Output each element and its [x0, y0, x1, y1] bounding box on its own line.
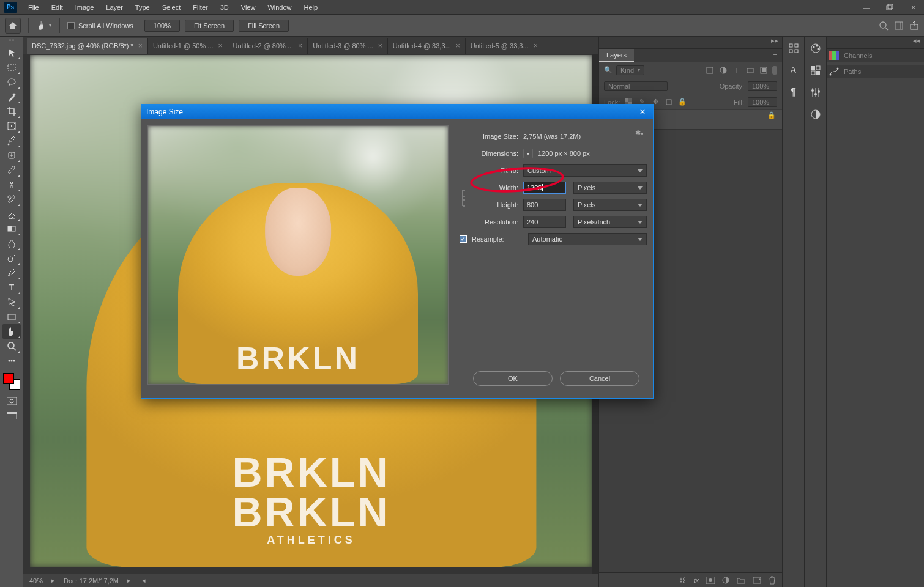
path-select-tool[interactable]	[2, 295, 21, 309]
swatches-icon[interactable]	[807, 62, 824, 78]
fit-to-dropdown[interactable]: Custom	[523, 164, 647, 177]
link-icon[interactable]: ⛓	[679, 577, 686, 584]
libraries-icon[interactable]	[785, 40, 802, 56]
close-tab-button[interactable]: ×	[378, 42, 382, 50]
paragraph-icon[interactable]: ¶	[785, 84, 802, 100]
scroll-all-windows-checkbox[interactable]: Scroll All Windows	[67, 22, 133, 29]
ok-button[interactable]: OK	[473, 371, 553, 386]
home-button[interactable]	[5, 18, 21, 34]
adjustments-icon[interactable]	[807, 84, 824, 100]
lasso-tool[interactable]	[2, 75, 21, 89]
close-tab-button[interactable]: ×	[218, 42, 222, 50]
resolution-input[interactable]: 240	[523, 216, 566, 228]
restore-button[interactable]	[882, 2, 897, 13]
zoom-fit-screen-button[interactable]: Fit Screen	[185, 20, 234, 32]
trash-icon[interactable]	[769, 576, 776, 585]
close-tab-button[interactable]: ×	[456, 42, 460, 50]
healing-tool[interactable]	[2, 148, 21, 163]
adjustment-icon[interactable]	[722, 577, 729, 584]
eraser-tool[interactable]	[2, 207, 21, 221]
gradient-tool[interactable]	[2, 221, 21, 236]
blend-mode-dropdown[interactable]: Normal	[604, 81, 668, 91]
brush-tool[interactable]	[2, 163, 21, 177]
marquee-tool[interactable]	[2, 60, 21, 75]
menu-file[interactable]: File	[22, 4, 45, 11]
character-icon[interactable]: A	[785, 62, 802, 78]
zoom-level[interactable]: 40%	[29, 577, 43, 585]
menu-layer[interactable]: Layer	[100, 4, 129, 11]
chevron-right-icon[interactable]: ▸	[127, 577, 131, 585]
tab-channels[interactable]: Channels	[841, 49, 879, 62]
filter-pixel-icon[interactable]	[705, 65, 715, 75]
document-tab[interactable]: Untitled-3 @ 80% ...×	[308, 38, 388, 54]
zoom-fill-screen-button[interactable]: Fill Screen	[239, 20, 289, 32]
dialog-preview[interactable]: BRKLN	[147, 125, 449, 385]
eyedropper-tool[interactable]	[2, 133, 21, 148]
fx-icon[interactable]: fx	[693, 577, 699, 584]
rectangle-tool[interactable]	[2, 309, 21, 324]
clone-tool[interactable]	[2, 177, 21, 192]
styles-icon[interactable]	[807, 106, 824, 122]
chevron-left-icon[interactable]: ◂	[142, 577, 146, 585]
blur-tool[interactable]	[2, 236, 21, 251]
height-input[interactable]: 800	[523, 199, 566, 211]
filter-kind-dropdown[interactable]: Kind▾	[616, 65, 644, 75]
menu-edit[interactable]: Edit	[45, 4, 69, 11]
menu-window[interactable]: Window	[261, 4, 297, 11]
resample-dropdown[interactable]: Automatic	[528, 233, 647, 245]
close-button[interactable]: ✕	[906, 2, 920, 13]
filter-shape-icon[interactable]	[745, 65, 755, 75]
document-tab[interactable]: Untitled-1 @ 50% ...×	[148, 38, 228, 54]
color-icon[interactable]	[807, 40, 824, 56]
hand-tool[interactable]	[2, 324, 21, 339]
move-tool[interactable]	[2, 45, 21, 60]
minimize-button[interactable]: —	[859, 2, 874, 13]
magic-wand-tool[interactable]	[2, 89, 21, 104]
share-icon[interactable]	[909, 21, 919, 31]
fill-input[interactable]: 100%	[748, 97, 777, 107]
mask-icon[interactable]	[706, 577, 715, 584]
workspace-icon[interactable]	[895, 21, 903, 30]
menu-type[interactable]: Type	[129, 4, 156, 11]
quick-mask-button[interactable]	[2, 394, 21, 408]
menu-help[interactable]: Help	[298, 4, 324, 11]
more-tool[interactable]	[2, 353, 21, 368]
color-swatches[interactable]	[3, 373, 20, 390]
close-tab-button[interactable]: ×	[298, 42, 302, 50]
menu-image[interactable]: Image	[69, 4, 100, 11]
search-icon[interactable]: 🔍	[604, 66, 613, 74]
dialog-titlebar[interactable]: Image Size ✕	[141, 105, 653, 119]
menu-filter[interactable]: Filter	[187, 4, 214, 11]
panel-grip[interactable]	[2, 39, 21, 44]
foreground-color[interactable]	[3, 373, 14, 384]
dodge-tool[interactable]	[2, 251, 21, 265]
close-tab-button[interactable]: ×	[534, 42, 538, 50]
link-icon[interactable]	[458, 189, 469, 207]
cancel-button[interactable]: Cancel	[560, 371, 639, 386]
document-tab[interactable]: Untitled-4 @ 33,3...×	[388, 38, 466, 54]
collapse-icon[interactable]: ◂◂	[913, 37, 920, 48]
tab-layers[interactable]: Layers	[599, 49, 634, 62]
gear-icon[interactable]: ✱▾	[635, 129, 643, 137]
document-tab[interactable]: DSC_7632.jpg @ 40% (RGB/8*) *×	[27, 38, 148, 54]
new-layer-icon[interactable]	[753, 577, 761, 584]
menu-view[interactable]: View	[235, 4, 262, 11]
filter-type-icon[interactable]: T	[732, 65, 742, 75]
lock-all-icon[interactable]: 🔒	[677, 97, 687, 107]
search-icon[interactable]	[879, 21, 889, 31]
screen-mode-button[interactable]	[2, 408, 21, 423]
opacity-input[interactable]: 100%	[748, 81, 777, 91]
document-tab[interactable]: Untitled-2 @ 80% ...×	[228, 38, 308, 54]
panel-menu-icon[interactable]: ≡	[769, 52, 782, 59]
history-brush-tool[interactable]	[2, 192, 21, 207]
tab-paths[interactable]: Paths	[841, 65, 868, 78]
resolution-unit-dropdown[interactable]: Pixels/Inch	[573, 216, 647, 228]
filter-toggle[interactable]	[772, 66, 777, 75]
filter-adjust-icon[interactable]	[718, 65, 728, 75]
zoom-tool[interactable]	[2, 339, 21, 353]
zoom-100--button[interactable]: 100%	[144, 20, 180, 32]
resample-checkbox[interactable]: ✓	[460, 235, 467, 243]
group-icon[interactable]	[737, 577, 745, 584]
chevron-down-icon[interactable]: ▾	[523, 149, 533, 158]
menu-select[interactable]: Select	[156, 4, 187, 11]
